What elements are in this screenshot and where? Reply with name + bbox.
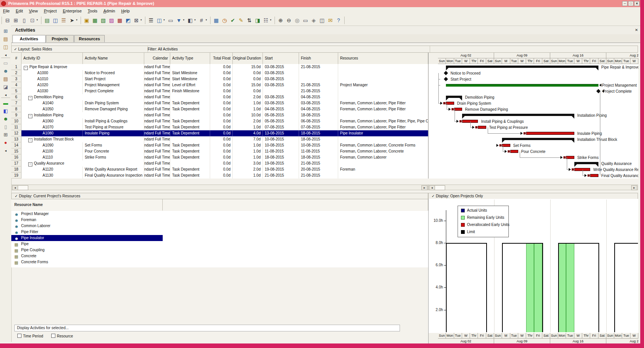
bar-config-icon-dropdown[interactable]: ▾ [270,15,273,24]
column-header-id[interactable]: Activity ID [21,53,83,64]
zoom-out-icon[interactable]: ⊖ [285,17,293,24]
milestone-icon[interactable] [444,71,448,75]
level-resources-icon[interactable]: ⇅ [246,17,253,24]
summary-bar[interactable] [462,114,574,116]
summary-bar[interactable] [574,162,598,164]
scroll-right-icon[interactable]: ► [631,185,637,190]
check-out-icon[interactable]: ◫ [2,44,9,50]
resource-row[interactable]: ☻Pipe Fitter [11,229,428,235]
column-header-finish[interactable]: Finish [299,53,338,64]
reports-icon[interactable]: ▤ [2,76,9,82]
column-header-start[interactable]: Start [263,53,299,64]
table-row[interactable]: 2A1000Notice to Proceedndard Full TimeSt… [11,70,428,76]
number-icon[interactable]: # [198,17,205,24]
resource-row[interactable]: ☻Common Laborer [11,223,428,229]
summary-bar[interactable] [446,66,598,68]
filter-icon-dropdown[interactable]: ▾ [183,15,186,24]
histogram-display-bar[interactable]: ✓ Display: Open Projects Only [428,193,638,199]
tab-activities[interactable]: Activities [12,35,46,43]
resource-row[interactable]: ☻Foreman [11,217,428,223]
collapse-arrow3-icon[interactable]: ◂ [2,147,9,154]
table-row[interactable]: 9ndard Full Time0.0d10.0d05-08-201518-08… [11,112,428,118]
zoom-reset-icon[interactable]: ◎ [293,17,301,24]
task-bar[interactable] [462,120,478,123]
collapse-box-icon[interactable]: − [28,96,32,100]
checkbox-resource[interactable]: Resource [51,334,73,338]
table-row[interactable]: 6ndard Full Time0.0d2.0d03-08-201504-08-… [11,94,428,100]
scroll-right-icon[interactable]: ► [421,185,427,190]
maximize-button[interactable]: □ [628,1,633,6]
tracking-icon[interactable]: ◪ [2,84,9,90]
feedback-icon[interactable]: ✉ [327,17,334,24]
close-button[interactable]: ✕ [634,1,639,6]
column-header-res[interactable]: Resources [338,53,428,64]
apply-actuals-icon[interactable]: ✔ [229,17,237,24]
projects-folder-icon[interactable]: ▭ [2,60,9,67]
menu-item-view[interactable]: View [26,7,41,13]
scroll-thumb[interactable] [435,185,445,190]
resource-row[interactable]: ☻Project Manager [11,211,428,217]
split-view-icon[interactable]: ◫ [318,17,326,24]
scroll-left-icon[interactable]: ◄ [429,185,435,190]
select-tool-icon-dropdown[interactable]: ▾ [76,15,79,24]
menu-item-project[interactable]: Project [41,7,60,13]
task-bar[interactable] [590,174,598,177]
bars-icon[interactable]: ☰ [147,17,155,24]
calendar-icon[interactable]: ⊠ [133,17,140,24]
table-row[interactable]: 13ndard Full Time0.0d7.0d10-08-201518-08… [11,136,428,142]
menu-item-file[interactable]: File [0,7,13,13]
menu-item-help[interactable]: Help [118,7,133,13]
task-bar[interactable] [502,144,510,147]
table-h-scrollbar[interactable]: ◄ ► [11,185,428,190]
task-bar[interactable] [526,132,574,135]
table-row[interactable]: 19A1130Final Quality Assurance Inspectio… [11,172,428,179]
collapse-box-icon[interactable]: − [28,162,32,166]
table-font-icon[interactable]: ▭ [167,17,174,24]
collapse-box-icon[interactable]: − [28,114,32,118]
table-row[interactable]: 7A1040Drain Piping Systemndard Full Time… [11,100,428,106]
table-row[interactable]: 5A1030Project Completendard Full TimeFin… [11,88,428,94]
spreadsheet-icon[interactable]: ▦ [212,17,220,24]
filter-label[interactable]: Filter: All Activities [145,46,430,52]
print-preview-icon[interactable]: ⊞ [12,17,20,24]
zoom-in-icon[interactable]: ⊕ [277,17,284,24]
table-row[interactable]: 17ndard Full Time0.0d3.0d19-08-201521-08… [11,160,428,166]
task-bar[interactable] [566,156,574,159]
assignments-icon[interactable]: ☻ [2,116,9,122]
fit-screen-icon[interactable]: ▭ [302,17,309,24]
columns-icon-dropdown[interactable]: ▾ [163,15,166,24]
table-view-icon[interactable]: ▤ [43,17,51,24]
menu-item-admin[interactable]: Admin [100,7,118,13]
display-activities-for-selected-box[interactable]: Display Activities for selected... [14,325,400,331]
activities-pill-icon[interactable]: ▬ [2,100,9,107]
layout-view-icon[interactable]: ◫ [52,17,59,24]
table-row[interactable]: 10A1060Install Piping & Couplingsndard F… [11,118,428,124]
select-tool-icon[interactable]: ➤ [68,17,76,24]
new-item-icon[interactable]: ⊞ [2,28,9,35]
loe-bar[interactable] [446,84,598,87]
obs-icon[interactable]: ▩ [116,17,124,24]
resource-row[interactable]: ☻Pipe Insulator [11,235,163,241]
projects-icon[interactable]: ▦ [91,17,99,24]
details-view-icon[interactable]: ☰ [60,17,67,24]
global-change-icon[interactable]: ✎ [237,17,245,24]
tab-projects[interactable]: Projects [46,35,74,42]
group-sort-icon[interactable]: ◧ [186,17,194,24]
table-row[interactable]: 14A1090Set Formsndard Full TimeTask Depe… [11,142,428,148]
checkbox-time-period[interactable]: Time Period [17,334,43,338]
table-row[interactable]: 15A1100Pour Concretendard Full TimeTask … [11,148,428,154]
table-row[interactable]: 16A1110Strike Formsndard Full TimeTask D… [11,154,428,160]
table-row[interactable]: 8A1050Remove Damaged Pipingndard Full Ti… [11,106,428,112]
capture-icon[interactable]: ⊡ [29,17,36,24]
resources-icon[interactable]: ▧ [99,17,107,24]
columns-icon[interactable]: ◫ [156,17,163,24]
table-row[interactable]: 4A1020Project Managementndard Full TimeL… [11,82,428,88]
calendar-icon-dropdown[interactable]: ▾ [140,15,143,24]
summary-bar[interactable] [502,138,574,140]
gantt-h-scrollbar[interactable]: ◄ ► [428,185,638,190]
print-icon[interactable]: ⊟ [4,17,11,24]
table-row[interactable]: 3A1010Start Projectndard Full TimeStart … [11,76,428,82]
resource-row[interactable]: ▩Pipe [11,241,428,247]
resources-person-icon[interactable]: ☻ [2,68,9,75]
center-icon[interactable]: ◈ [310,17,317,24]
